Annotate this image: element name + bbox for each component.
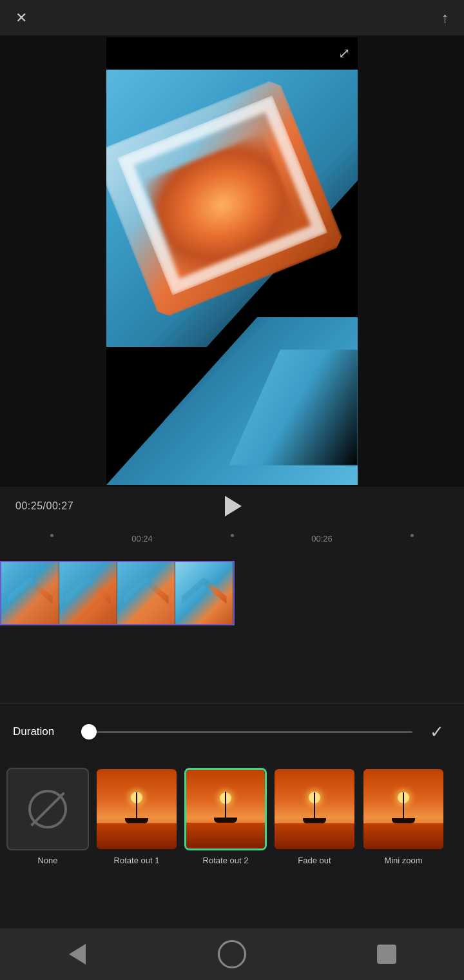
effect-rotate-out-1-thumb	[95, 768, 178, 850]
effect-item-mini-zoom[interactable]: Mini zoom	[362, 768, 445, 867]
home-icon	[218, 940, 246, 968]
expand-icon[interactable]: ⤢	[338, 45, 350, 62]
timeline-dot-2	[231, 534, 234, 537]
upload-button[interactable]: ↑	[441, 10, 449, 26]
time-display: 00:25/00:27	[15, 500, 73, 512]
no-effect-icon	[28, 790, 67, 828]
recent-icon	[377, 945, 396, 964]
effect-body-2	[214, 818, 237, 823]
effect-water-2	[186, 823, 265, 848]
video-frame: ⤢	[106, 37, 358, 485]
back-icon	[69, 944, 86, 965]
effect-item-fade-out[interactable]: Fade out	[273, 768, 356, 867]
effect-mast-3	[314, 792, 315, 818]
effect-water-3	[275, 823, 354, 849]
effect-item-rotate-out-1[interactable]: Rotate out 1	[95, 768, 178, 867]
effect-none-label: None	[37, 856, 57, 867]
duration-slider-thumb[interactable]	[81, 724, 97, 740]
timeline-dot-3	[411, 534, 414, 537]
top-bar: ✕ ↑	[0, 0, 464, 35]
effect-water-1	[97, 823, 177, 849]
effect-boat-1	[124, 792, 150, 823]
clip-thumb-1	[1, 562, 59, 625]
timeline-time-1: 00:24	[131, 534, 153, 544]
close-button[interactable]: ✕	[15, 10, 27, 26]
effect-rotate-out-2-label: Rotate out 2	[203, 856, 249, 867]
effect-boat-2	[213, 792, 238, 823]
play-button[interactable]	[218, 492, 246, 520]
clip-area: ▶ Ending +	[0, 551, 464, 635]
effect-fade-out-thumb	[273, 768, 356, 850]
effect-body-4	[392, 818, 415, 823]
confirm-button[interactable]: ✓	[423, 718, 451, 746]
timeline-bar: 00:24 00:26	[0, 525, 464, 551]
effect-mast-1	[136, 792, 137, 818]
effect-mast-2	[225, 792, 226, 818]
effect-item-none[interactable]: None	[6, 768, 89, 867]
effect-item-rotate-out-2[interactable]: Rotate out 2	[184, 768, 267, 867]
back-button[interactable]	[58, 935, 97, 974]
effect-mast-4	[403, 792, 404, 818]
clip-thumb-3	[117, 562, 175, 625]
clip-thumb-2	[59, 562, 117, 625]
effect-boat-3	[302, 792, 327, 823]
recent-button[interactable]	[367, 935, 406, 974]
home-button[interactable]	[213, 935, 251, 974]
effect-rotate-out-2-thumb	[184, 768, 267, 850]
effect-body-3	[303, 818, 326, 823]
bottom-nav	[0, 928, 464, 980]
duration-slider-container	[81, 731, 412, 733]
timeline-time-2: 00:26	[311, 534, 333, 544]
effect-fade-out-label: Fade out	[298, 856, 331, 867]
duration-section: Duration ✓	[0, 706, 464, 758]
timeline-dot-1	[50, 534, 53, 537]
playback-controls: 00:25/00:27	[0, 487, 464, 525]
effects-row: None Rotate out 1	[0, 758, 464, 906]
play-icon	[225, 496, 242, 516]
effect-rotate-out-1-label: Rotate out 1	[114, 856, 160, 867]
duration-slider-track[interactable]	[81, 731, 412, 733]
effect-none-thumb	[6, 768, 89, 850]
video-preview: ⤢	[0, 35, 464, 487]
timeline-timestamps: 00:24 00:26	[10, 534, 454, 544]
video-content	[106, 37, 358, 485]
effect-boat-4	[391, 792, 416, 823]
effect-mini-zoom-thumb	[362, 768, 445, 850]
duration-label: Duration	[13, 725, 71, 738]
separator-1	[0, 703, 464, 703]
effect-water-4	[363, 823, 443, 849]
checkmark-icon: ✓	[430, 722, 444, 742]
effect-mini-zoom-label: Mini zoom	[384, 856, 422, 867]
effect-body-1	[125, 818, 148, 823]
clip-strip[interactable]	[0, 561, 235, 625]
clip-thumb-4	[175, 562, 233, 625]
